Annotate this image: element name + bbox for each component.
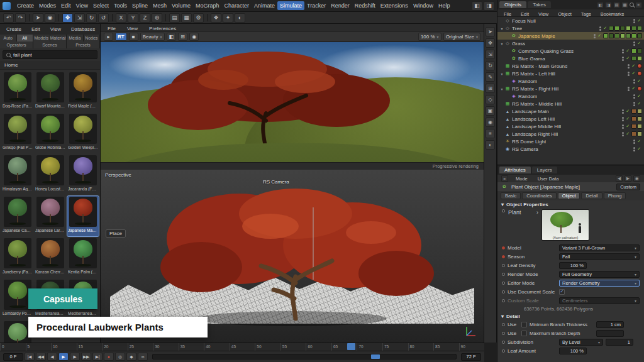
goto-start-button[interactable]: |◀ xyxy=(25,353,35,361)
menu-render[interactable]: Render xyxy=(328,1,352,10)
rv-menu-view[interactable]: View xyxy=(125,25,140,31)
asset-search-input[interactable]: fall plant xyxy=(3,50,97,59)
texture-tag-icon[interactable] xyxy=(637,131,642,136)
enabled-check-icon[interactable]: ✓ xyxy=(637,146,641,151)
model-mode-icon[interactable]: ◇ xyxy=(486,95,495,104)
keyframe-dot-icon[interactable] xyxy=(502,341,505,344)
menu-character[interactable]: Character xyxy=(222,1,252,10)
om-menu-view[interactable]: View xyxy=(536,10,551,16)
model-dropdown[interactable]: Variant 3 Full-Grown▾ xyxy=(559,244,640,251)
asset-item[interactable]: Japanese Camellia (Fall Plant) xyxy=(2,196,33,236)
visibility-dots[interactable] xyxy=(628,64,630,69)
enabled-check-icon[interactable]: ✓ xyxy=(626,131,630,136)
use-max-branch-checkbox[interactable] xyxy=(521,331,527,336)
asset-item[interactable]: Jacaranda (Fall Plant) xyxy=(67,155,99,195)
asset-item[interactable]: Himalayan Agave (Fall Plant) xyxy=(2,155,33,195)
rs-camera-row[interactable]: ◉RS Camera✓ xyxy=(497,145,644,153)
rotate-tool-button[interactable]: ↻ xyxy=(86,13,97,23)
simulate-toggle-button[interactable]: ✦ xyxy=(223,13,233,23)
record-button[interactable]: ● xyxy=(104,353,114,361)
scale-mode-icon[interactable]: ⇲ xyxy=(486,50,495,59)
asset-item[interactable]: Kentia Palm (Fall Plant) xyxy=(67,238,99,278)
ab-menu-edit[interactable]: Edit xyxy=(29,25,43,33)
keyframe-dot-icon[interactable] xyxy=(502,209,505,212)
visibility-dots[interactable] xyxy=(633,147,635,151)
enabled-check-icon[interactable]: ✓ xyxy=(637,101,641,106)
tab-takes[interactable]: Takes xyxy=(528,1,551,8)
focus-null-row[interactable]: ◇Focus Null✓ xyxy=(497,17,644,25)
place-tool-badge[interactable]: Place xyxy=(106,229,126,238)
ab-menu-view[interactable]: View xyxy=(48,25,64,33)
leaf-density-field[interactable]: 100 % xyxy=(559,262,587,269)
preset-dropdown[interactable]: Custom xyxy=(616,184,640,190)
keyframe-button[interactable]: ◆ xyxy=(126,353,136,361)
rs-matrix-left-hill-row[interactable]: ▾▦RS Matrix - Left Hill✓ xyxy=(497,70,644,77)
visibility-dots[interactable] xyxy=(633,19,635,23)
enabled-check-icon[interactable]: ✓ xyxy=(631,71,635,76)
menu-create[interactable]: Create xyxy=(14,1,36,10)
enabled-check-icon[interactable]: ✓ xyxy=(637,18,641,23)
texture-tag-icon[interactable] xyxy=(637,109,642,114)
layout-icon[interactable]: ◧ xyxy=(597,2,604,8)
visibility-dots[interactable] xyxy=(622,132,624,136)
material-tag-icon[interactable] xyxy=(631,26,636,31)
grid-mode-icon[interactable]: ⊞ xyxy=(486,84,495,93)
tab-scenes[interactable]: Scenes xyxy=(33,41,67,48)
render-view-button[interactable]: ▤ xyxy=(169,13,180,23)
menu-mograph[interactable]: MoGraph xyxy=(193,1,222,10)
menu-volume[interactable]: Volume xyxy=(169,1,193,10)
tab-all[interactable]: All xyxy=(17,35,34,41)
material-tag-icon[interactable] xyxy=(631,56,636,61)
asset-item[interactable]: Japanese Larch (Fall Plant) xyxy=(35,196,66,236)
viewport-view-menu[interactable]: Perspective xyxy=(105,172,131,178)
enabled-check-icon[interactable]: ✓ xyxy=(637,79,641,84)
tab-object[interactable]: Object xyxy=(558,192,580,199)
menu-tools[interactable]: Tools xyxy=(111,1,130,10)
texture-tag-icon[interactable] xyxy=(637,116,642,121)
material-tag-icon[interactable] xyxy=(603,33,608,38)
tab-models[interactable]: Models xyxy=(33,35,50,41)
visibility-dots[interactable] xyxy=(622,57,624,61)
material-tag-icon[interactable] xyxy=(609,33,614,38)
visibility-dots[interactable] xyxy=(622,109,624,114)
history-forward-icon[interactable]: ▶ xyxy=(625,175,631,182)
landscape-right-hill-row[interactable]: ▲Landscape Right Hill✓ xyxy=(497,130,644,138)
material-tag-icon[interactable] xyxy=(620,26,625,31)
rv-menu-file[interactable]: File xyxy=(105,25,118,31)
redshift-tag-icon[interactable] xyxy=(637,71,642,76)
asset-item[interactable]: Kanzan Cherry (Fall Plant) xyxy=(35,238,66,278)
subdivision-dropdown[interactable]: By Level▾ xyxy=(559,339,603,346)
search-icon[interactable] xyxy=(630,3,634,7)
visibility-dots[interactable] xyxy=(633,102,635,106)
goto-end-button[interactable]: ▶| xyxy=(92,353,103,361)
powerslider-handle[interactable] xyxy=(371,354,380,359)
material-tag-icon[interactable] xyxy=(614,26,619,31)
texture-tag-icon[interactable] xyxy=(631,124,636,129)
keyframe-dot-icon[interactable] xyxy=(502,349,505,353)
layout-preset-icon[interactable]: ◨ xyxy=(484,1,494,11)
keyframe-dot-icon[interactable] xyxy=(502,273,505,276)
season-dropdown[interactable]: Fall▾ xyxy=(559,253,640,260)
asset-item[interactable]: Field Maple (Fall Plant) xyxy=(67,72,99,112)
tab-attributes[interactable]: Attributes xyxy=(499,167,531,173)
menu-animate[interactable]: Animate xyxy=(252,1,277,10)
enabled-check-icon[interactable]: ✓ xyxy=(637,41,641,46)
previous-frame-button[interactable]: ◀ xyxy=(47,353,57,361)
ab-menu-databases[interactable]: Databases xyxy=(69,25,97,33)
tab-coordinates[interactable]: Coordinates xyxy=(522,192,556,199)
expand-arrow-icon[interactable]: ▾ xyxy=(499,72,504,76)
tab-phong[interactable]: Phong xyxy=(604,192,626,199)
asset-item[interactable]: Golden Weeping Willow (Fall Plant) xyxy=(67,113,99,153)
tab-objects[interactable]: Objects xyxy=(499,1,526,8)
random-effector-row[interactable]: ◈Random✓ xyxy=(497,77,644,85)
section-collapse-icon[interactable]: ▾ xyxy=(501,202,504,207)
asset-item[interactable]: Globe Robinia (Fall Plant) xyxy=(35,113,66,153)
material-tag-icon[interactable] xyxy=(626,26,631,31)
texture-tag-icon[interactable] xyxy=(631,131,636,136)
material-tag-icon[interactable] xyxy=(609,26,614,31)
tab-detail[interactable]: Detail xyxy=(581,192,602,199)
snap-magnet-button[interactable]: ◐ xyxy=(235,13,245,23)
rs-dome-light-row[interactable]: ☀RS Dome Light✓ xyxy=(497,138,644,145)
plant-preview-thumbnail[interactable]: (Acer palmatum) xyxy=(541,209,589,241)
axis-z-lock-button[interactable]: Z xyxy=(140,13,150,23)
